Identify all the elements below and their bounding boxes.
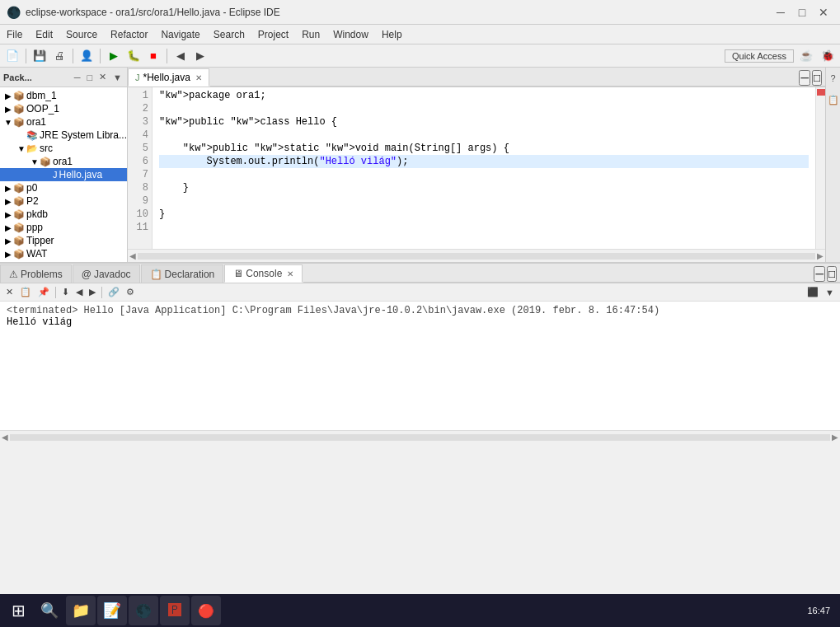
tree-arrow-icon: ▶	[3, 105, 13, 114]
console-open-btn[interactable]: 🔗	[106, 286, 122, 298]
declaration-label: Declaration	[165, 269, 215, 280]
toolbar-back-btn[interactable]: ◀	[171, 47, 190, 65]
tree-item-icon: 📦	[13, 183, 25, 194]
tree-item-icon: 📦	[13, 104, 25, 115]
code-line-6: System.out.println("Helló világ");	[159, 155, 809, 168]
tab-problems[interactable]: ⚠ Problems	[0, 264, 72, 283]
problems-label: Problems	[21, 269, 63, 280]
tree-item-label: P2	[26, 195, 39, 207]
tree-item-hello-java[interactable]: JHello.java	[0, 168, 127, 181]
console-terminate-btn[interactable]: ⬛	[805, 286, 821, 298]
code-line-3: "kw">public "kw">class Hello {	[159, 115, 809, 129]
menu-project[interactable]: Project	[251, 25, 295, 44]
pe-close-btn[interactable]: ✕	[97, 71, 108, 83]
toolbar-debug-btn[interactable]: 🐛	[124, 47, 143, 65]
tab-declaration[interactable]: 📋 Declaration	[141, 264, 224, 283]
bottom-h-scrollbar[interactable]: ◀ ▶	[0, 430, 840, 443]
toolbar-forward-btn[interactable]: ▶	[191, 47, 209, 65]
editor-minimize-btn[interactable]: ─	[799, 70, 809, 86]
toolbar-new-btn[interactable]: 📄	[3, 47, 21, 65]
taskbar-explorer-btn[interactable]: 📁	[66, 596, 96, 625]
taskbar-notepad-btn[interactable]: 📝	[97, 596, 127, 625]
console-clear-btn[interactable]: ✕	[3, 286, 16, 298]
console-settings-btn[interactable]: ⚙	[124, 286, 137, 298]
menu-edit[interactable]: Edit	[29, 25, 59, 44]
toolbar-sep-3	[100, 49, 101, 63]
taskbar-start-btn[interactable]: ⊞	[3, 596, 33, 625]
editor-tab-hello[interactable]: J *Hello.java ✕	[128, 68, 209, 87]
tree-item-label: OOP_1	[26, 103, 59, 115]
taskbar-search-btn[interactable]: 🔍	[35, 596, 64, 625]
perspective-java-btn[interactable]: ☕	[797, 47, 815, 65]
tree-item-icon: 📦	[13, 249, 25, 260]
console-dropdown-btn[interactable]: ▼	[823, 287, 837, 298]
taskbar-powerpoint-btn[interactable]: 🅿	[160, 596, 190, 625]
console-pin-btn[interactable]: 📌	[35, 286, 52, 298]
toolbar-profile-btn[interactable]: 👤	[77, 47, 96, 65]
tree-item-jre-system-libra---[interactable]: 📚JRE System Libra...	[0, 129, 127, 142]
tree-item-dbm-1[interactable]: ▶📦dbm_1	[0, 89, 127, 102]
toolbar-stop-btn[interactable]: ■	[144, 47, 162, 65]
minimize-button[interactable]: ─	[771, 2, 791, 22]
pe-maximize-btn[interactable]: □	[85, 72, 94, 83]
menu-run[interactable]: Run	[295, 25, 326, 44]
tree-item-icon: 📚	[26, 130, 38, 141]
tree-item-p2[interactable]: ▶📦P2	[0, 194, 127, 208]
taskbar-eclipse-btn[interactable]: 🌑	[129, 596, 158, 625]
taskbar-redapp-btn[interactable]: 🔴	[191, 596, 221, 625]
bottom-panel: ⚠ Problems @ Javadoc 📋 Declaration 🖥 Con…	[0, 262, 840, 443]
tree-item-label: ppp	[26, 222, 43, 233]
editor-tab-close[interactable]: ✕	[195, 73, 202, 82]
maximize-button[interactable]: □	[792, 2, 812, 22]
app-icon: 🌑	[7, 6, 21, 19]
menu-search[interactable]: Search	[207, 25, 251, 44]
console-output-line: Helló világ	[7, 316, 833, 328]
rt-tasks-btn[interactable]: 📋	[827, 91, 840, 109]
bottom-panel-minimize-btn[interactable]: ─	[814, 266, 824, 282]
tree-item-tipper[interactable]: ▶📦Tipper	[0, 234, 127, 247]
console-copy-btn[interactable]: 📋	[17, 286, 34, 298]
perspective-debug-btn[interactable]: 🐞	[819, 47, 837, 65]
line-num-11: 11	[128, 221, 152, 234]
line-num-3: 3	[128, 115, 152, 129]
console-scroll-btn[interactable]: ⬇	[59, 286, 72, 298]
tree-item-src[interactable]: ▼📂src	[0, 142, 127, 155]
tab-javadoc[interactable]: @ Javadoc	[73, 264, 140, 283]
line-numbers: 1234567891011	[128, 87, 153, 249]
tree-item-p0[interactable]: ▶📦p0	[0, 181, 127, 194]
toolbar-print-btn[interactable]: 🖨	[50, 47, 68, 65]
tree-item-pkdb[interactable]: ▶📦pkdb	[0, 208, 127, 221]
menu-refactor[interactable]: Refactor	[104, 25, 154, 44]
quick-access-button[interactable]: Quick Access	[725, 49, 794, 63]
tree-item-ppp[interactable]: ▶📦ppp	[0, 221, 127, 234]
tree-item-ora1[interactable]: ▼📦ora1	[0, 155, 127, 168]
code-editor[interactable]: 1234567891011 "kw">package ora1; "kw">pu…	[128, 87, 825, 249]
tree-item-label: Tipper	[26, 235, 54, 246]
package-explorer-title: Pack...	[3, 73, 69, 82]
console-tab-close[interactable]: ✕	[287, 269, 293, 278]
bottom-panel-maximize-btn[interactable]: □	[827, 266, 837, 282]
tree-item-ora1[interactable]: ▼📦ora1	[0, 115, 127, 129]
pe-menu-btn[interactable]: ▼	[111, 72, 124, 83]
toolbar-save-btn[interactable]: 💾	[31, 47, 49, 65]
tree-arrow-icon: ▼	[30, 157, 40, 166]
editor-h-scrollbar[interactable]: ◀ ▶	[128, 249, 825, 262]
menu-help[interactable]: Help	[375, 25, 409, 44]
menu-source[interactable]: Source	[59, 25, 104, 44]
menu-file[interactable]: File	[0, 25, 29, 44]
close-button[interactable]: ✕	[814, 2, 833, 22]
console-next-btn[interactable]: ▶	[87, 286, 98, 298]
tree-item-wat[interactable]: ▶📦WAT	[0, 247, 127, 260]
editor-tabs: J *Hello.java ✕ ─ □	[128, 68, 825, 87]
toolbar-run-btn[interactable]: ▶	[105, 47, 123, 65]
menu-navigate[interactable]: Navigate	[154, 25, 206, 44]
rt-help-btn[interactable]: ?	[827, 69, 840, 87]
tree-item-oop-1[interactable]: ▶📦OOP_1	[0, 102, 127, 115]
tree-item-icon: 📦	[13, 117, 25, 128]
editor-maximize-btn[interactable]: □	[812, 70, 822, 86]
menu-window[interactable]: Window	[326, 25, 375, 44]
pe-minimize-btn[interactable]: ─	[73, 72, 82, 83]
console-prev-btn[interactable]: ◀	[73, 286, 85, 298]
tab-console[interactable]: 🖥 Console ✕	[224, 264, 303, 283]
code-content[interactable]: "kw">package ora1; "kw">public "kw">clas…	[153, 87, 815, 249]
